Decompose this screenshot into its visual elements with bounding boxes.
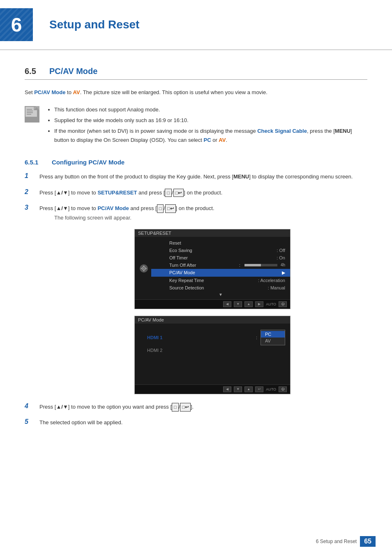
step-text-3: Press [▲/▼] to move to PC/AV Mode and pr… (39, 205, 214, 211)
footer2-btn-left: ◀ (223, 386, 231, 392)
progress-bar (244, 264, 277, 266)
steps-list-cont: 4 Press [▲/▼] to move to the option you … (25, 402, 367, 427)
chapter-number: 6 (11, 14, 22, 36)
steps-list: 1 Press any button on the front of the p… (25, 172, 367, 220)
step-4: 4 Press [▲/▼] to move to the option you … (25, 402, 367, 412)
step-number-5: 5 (25, 418, 33, 426)
progress-fill (244, 264, 261, 266)
menu-row-turnoff: Turn Off After : 4h (151, 261, 290, 269)
menu-ref: MENU (335, 128, 350, 134)
page-header: 6 Setup and Reset (0, 0, 392, 50)
footer-btn-power: ⏻ (279, 301, 287, 307)
pcav-submenu: PC AV (261, 330, 285, 345)
chapter-title: Setup and Reset (41, 18, 139, 31)
svg-point-9 (143, 268, 145, 269)
svg-rect-1 (25, 107, 34, 117)
av-label: AV (73, 89, 80, 95)
btn-icon-3b: □↩ (165, 204, 176, 213)
pc-option: PC (203, 137, 211, 143)
note-icon (25, 106, 39, 123)
spacer (135, 354, 290, 383)
menu-row-pcav: PC/AV Mode ▶ (151, 269, 290, 277)
note-item: If the monitor (when set to DVI) is in p… (54, 127, 367, 145)
svg-rect-3 (34, 110, 37, 117)
menu-row-srcdetect: Source Detection : Manual (151, 284, 290, 291)
menu-row-reset: Reset (151, 239, 290, 247)
down-arrow: ▼ (151, 291, 290, 298)
screen-pcav-mode: PC/AV Mode HDMI 1 : PC AV HDMI 2 (134, 316, 291, 394)
check-signal-label: Check Signal Cable (257, 128, 307, 134)
screen1-body: Reset Eco Saving : Off Off Timer : On (135, 237, 290, 299)
step-text-2: Press [▲/▼] to move to SETUP&RESET and p… (39, 188, 367, 197)
svg-rect-13 (145, 268, 147, 269)
footer2-btn-power: ⏻ (279, 386, 287, 392)
screen2-footer: ◀ ▼ ▲ ↩ AUTO ⏻ (135, 384, 290, 394)
subsection-number: 6.5.1 (25, 159, 45, 166)
screen2-body: HDMI 1 : PC AV HDMI 2 (135, 324, 290, 384)
step-5: 5 The selected option will be applied. (25, 418, 367, 427)
screen1-footer: ◀ ▼ ▲ ▶ AUTO ⏻ (135, 299, 290, 309)
step-number-2: 2 (25, 188, 33, 196)
note-item: This function does not support Analog mo… (54, 105, 367, 114)
info-box: This function does not support Analog mo… (25, 105, 367, 146)
settings-icon-row: Reset Eco Saving : Off Off Timer : On (135, 239, 290, 298)
screenshots-area: SETUP&RESET (58, 229, 367, 394)
step-number-4: 4 (25, 402, 33, 410)
page-number: 65 (360, 536, 376, 547)
subsection-heading: 6.5.1 Configuring PC/AV Mode (25, 159, 367, 166)
step-text-1: Press any button on the front of the pro… (39, 172, 367, 181)
footer-text: 6 Setup and Reset (316, 539, 357, 544)
subsection-title: Configuring PC/AV Mode (52, 159, 125, 166)
step-number-1: 1 (25, 172, 33, 180)
intro-text: The picture size will be enlarged. This … (83, 89, 267, 95)
step-text-4: Press [▲/▼] to move to the option you wa… (39, 402, 367, 412)
step-2: 2 Press [▲/▼] to move to SETUP&RESET and… (25, 188, 367, 197)
chapter-badge: 6 (0, 8, 33, 41)
step-sub-3: The following screen will appear. (54, 215, 214, 221)
footer-btn-right: ▶ (255, 301, 263, 307)
step-1: 1 Press any button on the front of the p… (25, 172, 367, 181)
step-number-3: 3 (25, 204, 33, 211)
section-heading: 6.5 PC/AV Mode (25, 67, 367, 80)
svg-rect-12 (141, 268, 142, 269)
screen1-header: SETUP&RESET (135, 229, 290, 237)
menu-row-eco: Eco Saving : Off (151, 247, 290, 254)
main-content: 6.5 PC/AV Mode Set PC/AV Mode to AV. The… (0, 67, 392, 427)
pcav-mode-label: PC/AV Mode (34, 89, 65, 95)
screen-setup-reset: SETUP&RESET (134, 229, 291, 309)
pc-option-selected: PC (261, 331, 285, 338)
notes-list: This function does not support Analog mo… (46, 105, 367, 146)
hdmi1-row: HDMI 1 : PC AV (135, 328, 290, 347)
footer2-btn-up: ▲ (244, 386, 253, 392)
hdmi2-row: HDMI 2 (135, 347, 290, 354)
note-item: Supplied for the wide models only such a… (54, 116, 367, 125)
section-number: 6.5 (25, 67, 41, 76)
footer-btn-up: ▲ (244, 301, 253, 307)
btn-icon-4a: □ (172, 403, 179, 412)
btn-icon-4b: □↩ (180, 403, 191, 412)
screen2-header: PC/AV Mode (135, 316, 290, 324)
footer-label-auto: AUTO (266, 302, 276, 306)
svg-rect-10 (143, 266, 144, 267)
footer-btn-down: ▼ (234, 301, 242, 307)
btn-icon-2a: □ (165, 189, 172, 197)
av-option-item: AV (261, 338, 285, 344)
footer-btn-left: ◀ (223, 301, 231, 307)
page-footer: 6 Setup and Reset 65 (316, 536, 376, 547)
step-text-5: The selected option will be applied. (39, 418, 367, 427)
svg-rect-11 (143, 270, 144, 271)
btn-icon-3a: □ (157, 204, 164, 213)
footer2-label-auto: AUTO (266, 387, 276, 391)
footer2-btn-enter: ↩ (255, 386, 263, 392)
btn-icon-2b: □↩ (173, 189, 184, 197)
step-3: 3 Press [▲/▼] to move to PC/AV Mode and … (25, 204, 367, 221)
menu-row-keyrepeat: Key Repeat Time : Acceleration (151, 277, 290, 284)
section-title: PC/AV Mode (49, 67, 97, 76)
footer2-btn-down: ▼ (234, 386, 242, 392)
menu-row-offtimer: Off Timer : On (151, 254, 290, 261)
av-option: AV (219, 137, 226, 143)
intro-paragraph: Set PC/AV Mode to AV. The picture size w… (25, 88, 367, 97)
